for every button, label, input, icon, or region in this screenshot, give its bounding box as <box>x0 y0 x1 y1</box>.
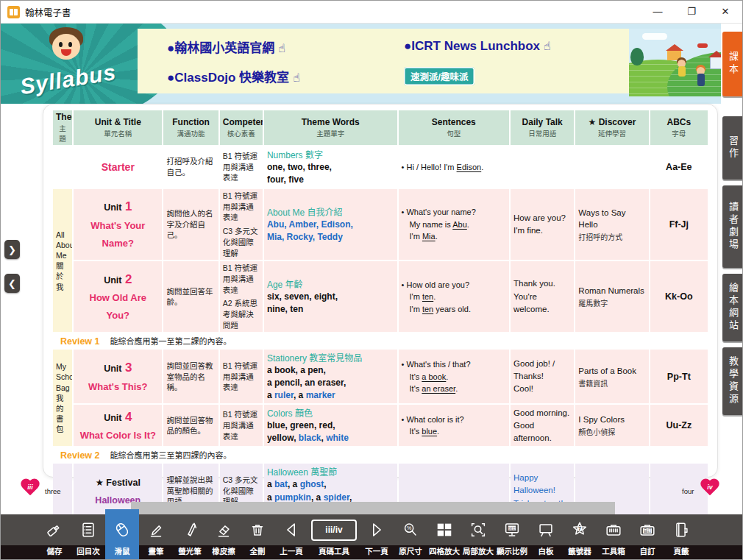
pencil-icon <box>146 520 166 539</box>
house-shape <box>710 57 721 69</box>
cell-unit1-sentences: • What's your name?My name is Abu.I'm Mi… <box>399 189 510 260</box>
tab-workbook[interactable]: 習作 <box>722 116 743 180</box>
review2-label: Review 2 <box>60 450 100 461</box>
row-review2: Review 2 能綜合應用第三至第四課的內容。 <box>53 447 708 462</box>
row-review1: Review 1 能綜合應用第一至第二課的內容。 <box>53 333 708 348</box>
page-number-box[interactable]: iii/iv <box>311 520 357 541</box>
cell-unit2-title: Unit 2 How Old Are You? <box>74 261 162 332</box>
cell-unit3-discover: Parts of a Book 書籍資訊 <box>575 350 648 403</box>
theme-words-head: Stationery 教室常見物品 <box>267 351 394 364</box>
app-window: 翰林電子書 — ❐ ✕ Syllabus ●翰林國小英語官網☝ ●ICRT Ne… <box>0 0 743 560</box>
triangle-right-icon <box>367 520 386 539</box>
next-page-button[interactable]: 下一頁 <box>360 514 394 559</box>
header-daily-talk: Daily Talk日常用語 <box>511 110 574 145</box>
page-number-tool-button[interactable]: iii/iv 頁碼工具 <box>308 514 360 559</box>
cell-starter-theme <box>53 146 72 188</box>
cell-unit1-function: 詢問他人的名字及介紹自己。 <box>163 189 218 260</box>
cell-starter-daily <box>511 146 574 188</box>
pen-tool-button[interactable]: 畫筆 <box>139 514 173 559</box>
discover-zh: 書籍資訊 <box>578 378 645 389</box>
cell-starter-words: Numbers 數字 one, two, three,four, five <box>264 146 397 188</box>
discover-en: Roman Numerals <box>578 285 645 297</box>
cell-unit3-title: Unit 3 What's This? <box>74 350 162 403</box>
table-of-contents-button[interactable]: 回目次 <box>71 514 105 559</box>
save-button[interactable]: 儲存 <box>38 514 71 559</box>
link-classdojo[interactable]: ●ClassDojo 快樂教室☝ <box>167 67 404 85</box>
pointer-hand-icon: ☝ <box>544 40 551 52</box>
links-banner: ●翰林國小英語官網☝ ●ICRT News Lunchbox☝ ●ClassDo… <box>138 29 629 93</box>
cell-review2: Review 2 能綜合應用第三至第四課的內容。 <box>53 447 708 462</box>
cell-theme-all-about-me: AllAboutMe關於我 <box>53 189 72 332</box>
tool-label: 白板 <box>538 545 554 559</box>
custom-case-icon: 自訂 <box>638 520 657 539</box>
cell-unit2-abcs: Kk-Oo <box>650 261 708 332</box>
tool-label: 畫筆 <box>149 545 164 559</box>
kid-figure <box>678 60 686 79</box>
cell-starter-competency: B1 符號運用與溝通表達 <box>220 146 263 188</box>
quiz-badge-button[interactable]: 速測派/趣味派 <box>404 67 474 85</box>
theme-words-body: one, two, three,four, five <box>267 161 394 186</box>
tool-label: 儲存 <box>47 545 63 559</box>
delete-all-button[interactable]: 全刪 <box>241 514 274 559</box>
cell-starter-discover <box>575 146 648 188</box>
previous-page-button[interactable]: 上一頁 <box>274 514 308 559</box>
highlighter-tool-button[interactable]: 螢光筆 <box>173 514 207 559</box>
partial-zoom-button[interactable]: 局部放大 <box>461 514 495 559</box>
tool-label: 下一頁 <box>365 545 388 559</box>
original-size-button[interactable]: % 原尺寸 <box>394 514 427 559</box>
car-shape <box>697 43 708 48</box>
horizontal-scrollbar-thumb[interactable] <box>131 502 615 515</box>
display-ratio-button[interactable]: 固定 顯示比例 <box>495 514 529 559</box>
tool-label: 自訂 <box>640 545 655 559</box>
theme-words-head: Halloween 萬聖節 <box>267 465 394 478</box>
title-bar: 翰林電子書 — ❐ ✕ <box>1 1 742 24</box>
trash-icon <box>248 520 267 539</box>
eraser-tool-button[interactable]: 橡皮擦 <box>207 514 241 559</box>
page-tab-button[interactable]: 頁籤 <box>664 514 698 559</box>
custom-button[interactable]: 自訂 自訂 <box>630 514 664 559</box>
toolbox-button[interactable]: 工具箱 <box>597 514 630 559</box>
header-illustration <box>629 29 721 96</box>
panel-expand-back-button[interactable]: ❮ <box>4 274 20 293</box>
unit-number: 1 <box>125 199 132 213</box>
header-theme-words: Theme Words主題單字 <box>264 110 397 145</box>
four-grid-zoom-button[interactable]: 四格放大 <box>427 514 461 559</box>
close-button[interactable]: ✕ <box>708 1 742 23</box>
link-icrt-news-lunchbox[interactable]: ●ICRT News Lunchbox☝ <box>404 39 629 54</box>
tab-textbook[interactable]: 課本 <box>722 32 743 96</box>
tab-readers-theater[interactable]: 讀者劇場 <box>722 185 743 268</box>
tool-label: 工具箱 <box>602 545 625 559</box>
link-label: ●翰林國小英語官網 <box>167 41 274 55</box>
header-theme: Theme主題 <box>53 110 72 145</box>
page-tab-icon <box>672 520 691 539</box>
syllabus-page: Theme主題 Unit & Title單元名稱 Function溝通功能 Co… <box>43 104 718 478</box>
page-word-left: three <box>45 487 61 495</box>
cell-unit3-function: 詢問並回答教室物品的名稱。 <box>163 350 218 403</box>
cell-unit4-discover: I Spy Colors 顏色小偵探 <box>575 405 648 446</box>
discover-en: Ways to Say Hello <box>578 207 645 230</box>
pointer-hand-icon: ☝ <box>293 71 300 84</box>
tool-label: 頁碼工具 <box>319 545 349 559</box>
theme-words-body: six, seven, eight,nine, ten <box>267 291 394 316</box>
app-title: 翰林電子書 <box>25 5 71 19</box>
panel-expand-forward-button[interactable]: ❯ <box>4 240 20 259</box>
maximize-button[interactable]: ❐ <box>675 1 708 23</box>
cell-unit3-abcs: Pp-Tt <box>650 350 708 403</box>
minimize-button[interactable]: — <box>641 1 675 23</box>
page-number-heart-left: iii <box>20 479 40 497</box>
cell-unit4-abcs: Uu-Zz <box>650 405 708 446</box>
tool-label: 四格放大 <box>429 545 460 559</box>
tab-teaching-resources[interactable]: 教學資源 <box>722 347 743 415</box>
tab-picture-book-site[interactable]: 繪本網站 <box>722 274 743 341</box>
theme-words-body: Abu, Amber, Edison,Mia, Rocky, Teddy <box>267 219 394 244</box>
row-unit2: Unit 2 How Old Are You? 詢問並回答年齡。 B1 符號運用… <box>53 261 708 332</box>
number-picker-button[interactable]: 7 籤號器 <box>563 514 597 559</box>
link-hanlin-english-site[interactable]: ●翰林國小英語官網☝ <box>167 38 404 56</box>
mouse-tool-button[interactable]: 滑鼠 <box>105 509 139 559</box>
header-competency: Competency核心素養 <box>220 110 263 145</box>
festival-tag: ★ Festival <box>96 478 141 488</box>
whiteboard-button[interactable]: 白板 <box>529 514 563 559</box>
unit-word: Unit <box>104 413 121 423</box>
usb-save-icon <box>45 520 64 539</box>
cell-starter-abcs: Aa-Ee <box>650 146 708 188</box>
